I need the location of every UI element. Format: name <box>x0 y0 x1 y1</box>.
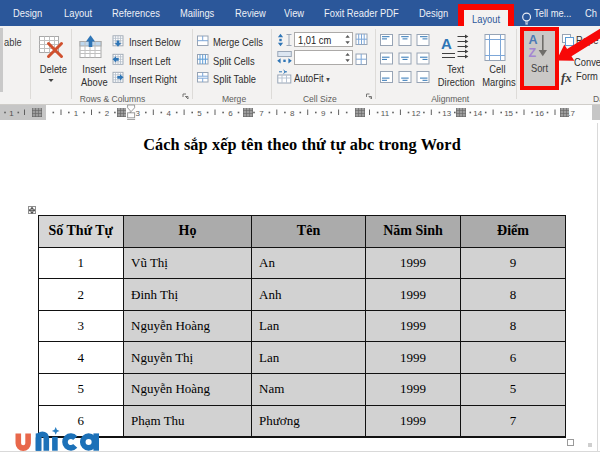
svg-text:A: A <box>441 35 452 52</box>
